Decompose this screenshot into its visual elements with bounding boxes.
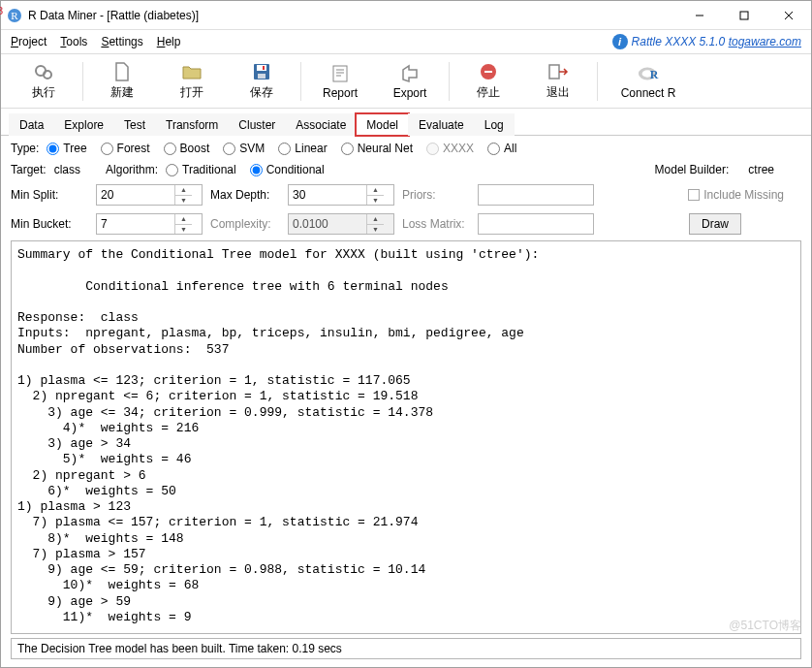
export-icon [399,63,421,84]
complexity-field: ▲▼ [288,213,394,235]
menu-settings[interactable]: Settings [95,33,148,50]
priors-label: Priors: [402,188,470,202]
radio-xxxx: XXXX [426,142,474,155]
svg-rect-17 [484,71,492,73]
tab-data[interactable]: Data [9,113,54,136]
app-icon: R [7,8,22,23]
report-button[interactable]: Report [305,63,375,100]
toolbar: 执行 新建 打开 保存 Report Export 停止 [1,54,811,109]
maxdepth-field[interactable]: ▲▼ [288,184,394,206]
svg-text:R: R [650,68,659,81]
radio-conditional[interactable]: Conditional [250,163,325,176]
report-icon [329,63,351,84]
svg-rect-3 [740,12,748,19]
stop-icon [478,61,499,82]
lossmatrix-field[interactable] [478,213,594,235]
output-area[interactable]: Summary of the Conditional Tree model fo… [11,240,801,634]
menubar: Project Tools Settings Help i Rattle XXX… [1,30,811,53]
exit-icon [547,61,569,82]
lossmatrix-label: Loss Matrix: [402,217,470,231]
type-label: Type: [11,142,39,155]
svg-rect-10 [258,74,265,79]
maximize-button[interactable] [722,1,766,30]
gears-icon [33,61,54,82]
stop-button[interactable]: 停止 [453,61,523,101]
status-bar: The Decision Tree model has been built. … [11,638,801,659]
tab-associate[interactable]: Associate [285,113,357,136]
minbucket-field[interactable]: ▲▼ [96,213,203,235]
info-icon: i [612,34,628,49]
maxdepth-label: Max Depth: [210,188,280,202]
target-row: Target: class Algorithm: Traditional Con… [11,163,801,176]
titlebar: R R Data Miner - [Rattle (diabetes)] [1,1,811,30]
priors-field[interactable] [478,184,594,206]
tab-model[interactable]: Model [356,113,409,136]
r-logo-icon: R [638,63,659,84]
svg-rect-18 [549,65,559,79]
tab-log[interactable]: Log [474,113,515,136]
type-row: Type: Tree Forest Boost SVM Linear Neura… [11,142,801,155]
new-button[interactable]: 新建 [87,61,157,101]
quit-button[interactable]: 退出 [523,61,593,101]
tab-test[interactable]: Test [113,113,156,136]
save-button[interactable]: 保存 [227,61,297,101]
modelbuilder-value: ctree [748,163,774,176]
target-label: Target: [11,163,47,176]
watermark: @51CTO博客 [729,618,801,634]
tabstrip: Data Explore Test Transform Cluster Asso… [1,109,811,136]
model-panel: Type: Tree Forest Boost SVM Linear Neura… [1,136,811,240]
floppy-icon [251,61,272,82]
complexity-label: Complexity: [210,217,280,231]
include-missing-checkbox[interactable]: Include Missing [688,188,784,202]
svg-rect-9 [257,65,266,71]
window-title: R Data Miner - [Rattle (diabetes)] [28,9,199,22]
folder-icon [181,61,203,82]
radio-boost[interactable]: Boost [164,142,210,155]
svg-rect-12 [333,66,347,81]
tab-cluster[interactable]: Cluster [228,113,286,136]
params-row-2: Min Bucket: ▲▼ Complexity: ▲▼ Loss Matri… [11,213,801,235]
run-button[interactable]: 执行 [9,61,78,101]
menu-help[interactable]: Help [151,33,187,50]
radio-svm[interactable]: SVM [223,142,265,155]
spin-down-icon: ▼ [175,196,192,206]
svg-rect-11 [263,66,265,70]
export-button[interactable]: Export [375,63,445,100]
radio-tree[interactable]: Tree [47,142,86,155]
spin-up-icon: ▲ [175,185,192,196]
minbucket-label: Min Bucket: [11,217,88,231]
tab-explore[interactable]: Explore [53,113,114,136]
menu-project[interactable]: Project [5,33,52,50]
minsplit-label: Min Split: [11,188,88,202]
modelbuilder-label: Model Builder: [655,163,730,176]
minimize-button[interactable] [677,1,722,30]
radio-neuralnet[interactable]: Neural Net [341,142,413,155]
tab-transform[interactable]: Transform [155,113,229,136]
algorithm-label: Algorithm: [106,163,158,176]
close-button[interactable] [766,1,811,30]
target-value: class [54,163,80,176]
file-icon [111,61,133,82]
radio-all[interactable]: All [487,142,516,155]
tab-evaluate[interactable]: Evaluate [408,113,475,136]
radio-forest[interactable]: Forest [101,142,150,155]
svg-text:R: R [11,10,18,21]
radio-linear[interactable]: Linear [278,142,327,155]
draw-button[interactable]: Draw [689,213,741,235]
params-row-1: Min Split: ▲▼ Max Depth: ▲▼ Priors: Incl… [11,184,801,206]
minsplit-field[interactable]: ▲▼ [96,184,203,206]
version-link[interactable]: Rattle XXXX 5.1.0 togaware.com [632,35,801,48]
crop-left-top: 3 [0,5,3,16]
radio-traditional[interactable]: Traditional [166,163,236,176]
connect-r-button[interactable]: R Connect R [602,63,695,100]
menu-tools[interactable]: Tools [54,33,93,50]
open-button[interactable]: 打开 [157,61,227,101]
